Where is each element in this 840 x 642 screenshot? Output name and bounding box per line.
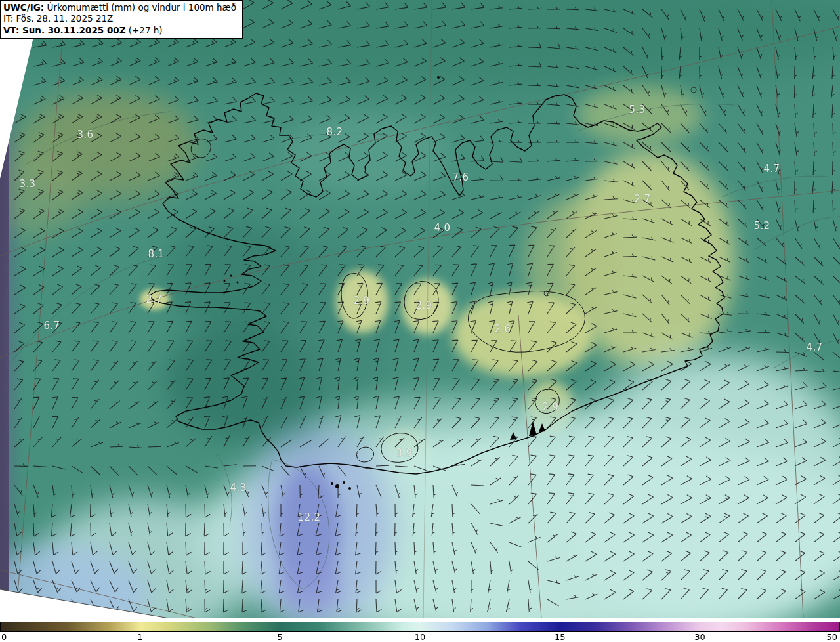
colorbar-tick-label: 10 [415, 632, 426, 642]
contour-max-label: 2.7 [146, 293, 162, 305]
contour-max-label: 4.0 [434, 222, 450, 234]
contour-max-label: 5.3 [629, 104, 645, 116]
islets [224, 76, 440, 490]
map-area: 3.63.35.38.27.64.72.74.05.28.12.72.92.96… [0, 0, 840, 618]
colorbar-gradient [0, 622, 840, 632]
product-title: Úrkomumætti (mm) og vindur i 100m hæð [47, 2, 237, 12]
valid-time: VT: Sun. 30.11.2025 00Z [3, 25, 125, 35]
contour-max-label: 2.7 [634, 193, 650, 205]
contour-max-label: 7.6 [452, 171, 469, 183]
map-border-bottom [0, 618, 840, 618]
station-circles [544, 87, 696, 296]
contour-max-label: 4.3 [230, 482, 246, 494]
projection-edge-top-left [0, 29, 35, 179]
contour-max-label: 12.2 [298, 511, 321, 523]
contour-max-label: 4.7 [763, 163, 780, 175]
contour-max-label: 2.9 [415, 299, 432, 311]
weather-map-page: 3.63.35.38.27.64.72.74.05.28.12.72.92.96… [0, 0, 840, 642]
colorbar-tick-label: 0 [1, 632, 7, 642]
colorbar-ticks: 01510153050 [0, 632, 840, 642]
init-time: IT: Fös. 28. 11. 2025 21Z [3, 13, 236, 24]
contour-max-label: 2.9 [353, 295, 369, 307]
colorbar: 01510153050 [0, 618, 840, 642]
contour-max-label: 5.2 [753, 220, 770, 232]
contour-max-label: 3.9 [396, 447, 412, 459]
contour-max-label: 3.6 [77, 129, 93, 140]
colorbar-tick-label: 15 [555, 632, 566, 642]
colorbar-tick-label: 5 [277, 632, 282, 642]
colorbar-tick-label: 30 [694, 632, 705, 642]
contour-max-label: 3.3 [19, 178, 35, 190]
contour-max-label: 4.7 [806, 341, 822, 353]
colorbar-tick-label: 1 [137, 632, 142, 642]
title-line: UWC/IG: Úrkomumætti (mm) og vindur i 100… [3, 2, 236, 13]
contour-max-label: 8.1 [148, 248, 164, 260]
contour-max-label: 6.7 [43, 320, 60, 332]
title-box: UWC/IG: Úrkomumætti (mm) og vindur i 100… [0, 0, 243, 39]
product-code: UWC/IG: [3, 2, 44, 12]
valid-offset: (+27 h) [125, 25, 162, 35]
valid-time-line: VT: Sun. 30.11.2025 00Z (+27 h) [3, 25, 236, 36]
contour-max-label: 2.6 [494, 323, 511, 335]
contour-max-label: 2.9 [542, 401, 558, 413]
colorbar-tick-label: 50 [826, 632, 837, 642]
contour-max-label: 8.2 [326, 126, 343, 138]
